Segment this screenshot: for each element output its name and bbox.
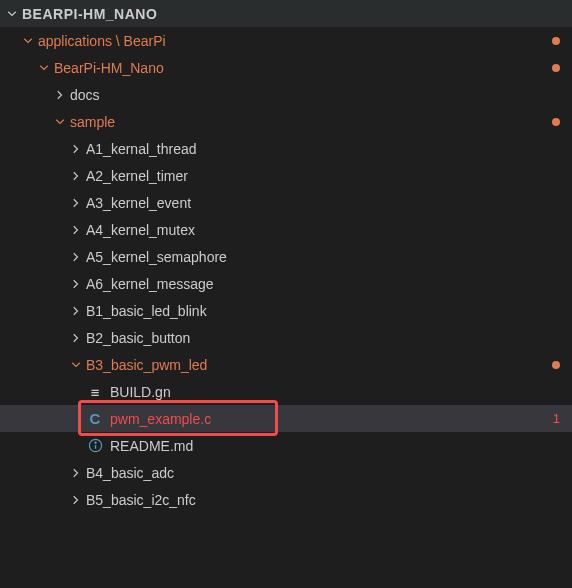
folder-item[interactable]: B2_basic_button xyxy=(0,324,572,351)
info-file-icon xyxy=(86,437,104,455)
chevron-right-icon xyxy=(68,249,84,265)
folder-item[interactable]: A6_kernel_message xyxy=(0,270,572,297)
svg-point-1 xyxy=(94,442,96,444)
modified-indicator-icon xyxy=(552,37,560,45)
folder-sample[interactable]: sample xyxy=(0,108,572,135)
folder-label: A5_kernel_semaphore xyxy=(86,249,560,265)
chevron-right-icon xyxy=(68,465,84,481)
folder-item[interactable]: A1_kernal_thread xyxy=(0,135,572,162)
c-file-icon: C xyxy=(86,410,104,428)
folder-item[interactable]: A4_kernel_mutex xyxy=(0,216,572,243)
folder-label: sample xyxy=(70,114,552,130)
chevron-down-icon xyxy=(68,357,84,373)
folder-bearpi-hm-nano[interactable]: BearPi-HM_Nano xyxy=(0,54,572,81)
chevron-down-icon xyxy=(20,33,36,49)
file-label: pwm_example.c xyxy=(110,411,553,427)
folder-applications-bearpi[interactable]: applications \ BearPi xyxy=(0,27,572,54)
file-build-gn[interactable]: ≡ BUILD.gn xyxy=(0,378,572,405)
folder-b3-basic-pwm-led[interactable]: B3_basic_pwm_led xyxy=(0,351,572,378)
folder-item[interactable]: A3_kernel_event xyxy=(0,189,572,216)
folder-label: applications \ BearPi xyxy=(38,33,552,49)
folder-label: B5_basic_i2c_nfc xyxy=(86,492,560,508)
folder-label: A2_kernel_timer xyxy=(86,168,560,184)
chevron-down-icon xyxy=(36,60,52,76)
folder-label: A6_kernel_message xyxy=(86,276,560,292)
folder-item[interactable]: B4_basic_adc xyxy=(0,459,572,486)
folder-label: B4_basic_adc xyxy=(86,465,560,481)
chevron-right-icon xyxy=(68,492,84,508)
folder-item[interactable]: B5_basic_i2c_nfc xyxy=(0,486,572,513)
folder-item[interactable]: A2_kernel_timer xyxy=(0,162,572,189)
file-readme-md[interactable]: README.md xyxy=(0,432,572,459)
folder-label: A4_kernel_mutex xyxy=(86,222,560,238)
folder-docs[interactable]: docs xyxy=(0,81,572,108)
error-count-badge: 1 xyxy=(553,411,560,426)
modified-indicator-icon xyxy=(552,64,560,72)
file-label: README.md xyxy=(110,438,560,454)
chevron-down-icon xyxy=(4,6,20,22)
chevron-right-icon xyxy=(68,276,84,292)
chevron-right-icon xyxy=(68,141,84,157)
chevron-down-icon xyxy=(52,114,68,130)
chevron-right-icon xyxy=(68,168,84,184)
folder-label: B2_basic_button xyxy=(86,330,560,346)
folder-label: docs xyxy=(70,87,560,103)
chevron-right-icon xyxy=(52,87,68,103)
chevron-right-icon xyxy=(68,303,84,319)
folder-label: B1_basic_led_blink xyxy=(86,303,560,319)
modified-indicator-icon xyxy=(552,361,560,369)
modified-indicator-icon xyxy=(552,118,560,126)
folder-label: B3_basic_pwm_led xyxy=(86,357,552,373)
chevron-right-icon xyxy=(68,195,84,211)
chevron-right-icon xyxy=(68,330,84,346)
build-file-icon: ≡ xyxy=(86,383,104,401)
project-title: BEARPI-HM_NANO xyxy=(22,6,560,22)
chevron-right-icon xyxy=(68,222,84,238)
folder-item[interactable]: A5_kernel_semaphore xyxy=(0,243,572,270)
folder-item[interactable]: B1_basic_led_blink xyxy=(0,297,572,324)
file-label: BUILD.gn xyxy=(110,384,560,400)
file-pwm-example-c[interactable]: C pwm_example.c 1 xyxy=(0,405,572,432)
folder-label: A1_kernal_thread xyxy=(86,141,560,157)
file-explorer-tree: BEARPI-HM_NANO applications \ BearPi Bea… xyxy=(0,0,572,513)
explorer-header[interactable]: BEARPI-HM_NANO xyxy=(0,0,572,27)
folder-label: BearPi-HM_Nano xyxy=(54,60,552,76)
folder-label: A3_kernel_event xyxy=(86,195,560,211)
